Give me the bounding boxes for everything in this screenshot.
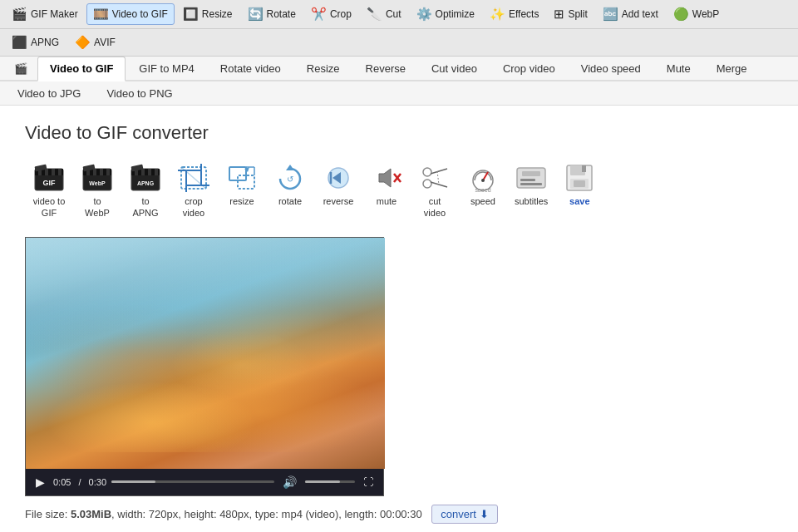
tool-video-to-gif[interactable]: GIF video to GIF: [25, 157, 73, 225]
video-container: ▶ 0:05 / 0:30 🔊 ⛶: [25, 237, 384, 496]
tab-bar: 🎬 Video to GIF GIF to MP4 Rotate video R…: [0, 57, 798, 81]
cut-icon: 🔪: [367, 7, 382, 22]
speed-tool-icon: speed: [467, 164, 499, 192]
tool-to-apng[interactable]: APNG to APNG: [121, 157, 170, 225]
volume-bar[interactable]: [305, 480, 355, 483]
svg-rect-56: [522, 171, 540, 176]
svg-marker-36: [286, 165, 294, 170]
tool-reverse[interactable]: reverse: [314, 157, 362, 213]
add-text-button[interactable]: 🔤 Add text: [596, 3, 665, 25]
tool-cut-video[interactable]: cut video: [411, 157, 459, 225]
clapboard-gif-icon: GIF: [33, 164, 65, 192]
svg-text:WebP: WebP: [89, 180, 106, 186]
tool-label-subtitles: subtitles: [515, 195, 548, 207]
effects-icon: ✨: [490, 7, 505, 22]
tool-speed[interactable]: speed speed: [459, 157, 507, 213]
save-tool-icon: [564, 164, 595, 192]
rotate-button[interactable]: 🔄 Rotate: [241, 3, 303, 25]
tab-reverse[interactable]: Reverse: [353, 57, 418, 80]
tool-subtitles[interactable]: subtitles: [507, 157, 555, 213]
file-meta: , width: 720px, height: 480px, type: mp4…: [111, 508, 422, 520]
tab-video-speed[interactable]: Video speed: [569, 57, 653, 80]
tool-label-video-gif: video to GIF: [33, 195, 66, 219]
svg-rect-12: [100, 169, 103, 175]
tab-video-to-gif[interactable]: Video to GIF: [37, 57, 126, 81]
tool-label-resize: resize: [229, 195, 254, 207]
tool-to-webp[interactable]: WebP to WebP: [73, 157, 121, 225]
video-to-gif-button[interactable]: 🎞️ Video to GIF: [86, 3, 175, 25]
webp-button[interactable]: 🟢 WebP: [667, 3, 726, 25]
svg-rect-11: [93, 169, 96, 175]
gif-maker-button[interactable]: 🎬 GIF Maker: [5, 3, 85, 25]
tab-mute[interactable]: Mute: [654, 57, 703, 80]
svg-point-44: [423, 168, 431, 176]
tool-crop-video[interactable]: crop video: [170, 157, 218, 225]
tool-label-save: save: [569, 195, 589, 207]
top-toolbar: 🎬 GIF Maker 🎞️ Video to GIF 🔲 Resize 🔄 R…: [0, 0, 798, 29]
progress-bar[interactable]: [111, 480, 274, 483]
optimize-button[interactable]: ⚙️ Optimize: [410, 3, 481, 25]
download-icon: ⬇: [480, 508, 489, 520]
tool-rotate[interactable]: ↺ rotate: [266, 157, 314, 213]
tab-rotate-video[interactable]: Rotate video: [208, 57, 293, 80]
svg-rect-55: [520, 183, 542, 185]
fullscreen-button[interactable]: ⛶: [360, 475, 377, 490]
tab-cut-video[interactable]: Cut video: [419, 57, 490, 80]
svg-rect-4: [52, 169, 55, 175]
svg-line-48: [437, 171, 439, 185]
file-info: File size: 5.03MiB, width: 720px, height…: [25, 505, 773, 524]
tab-video-to-jpg[interactable]: Video to JPG: [5, 81, 93, 105]
resize-icon: 🔲: [183, 7, 199, 22]
progress-fill: [111, 480, 155, 483]
resize-tool-icon: [226, 164, 258, 192]
main-content: Video to GIF converter GIF video to: [0, 106, 798, 532]
clapboard-apng-icon: APNG: [130, 164, 161, 192]
svg-rect-54: [520, 179, 535, 181]
apng-icon: ⬛: [12, 35, 27, 50]
cut-button[interactable]: 🔪 Cut: [360, 3, 408, 25]
video-preview: [26, 238, 385, 469]
cut-video-tool-icon: [419, 164, 451, 192]
svg-text:speed: speed: [475, 187, 490, 192]
tool-label-apng: to APNG: [132, 195, 158, 219]
svg-point-51: [481, 179, 485, 182]
tab-icon-all[interactable]: 🎬: [5, 57, 37, 80]
tool-resize[interactable]: resize: [218, 157, 266, 213]
tool-mute[interactable]: mute: [362, 157, 411, 213]
total-time: 0:30: [89, 477, 106, 487]
crop-button[interactable]: ✂️ Crop: [304, 3, 358, 25]
apng-button[interactable]: ⬛ APNG: [5, 32, 66, 53]
svg-text:↺: ↺: [287, 175, 293, 184]
optimize-icon: ⚙️: [416, 7, 432, 22]
add-text-icon: 🔤: [603, 7, 618, 22]
tab-resize[interactable]: Resize: [294, 57, 352, 80]
split-button[interactable]: ⊞ Split: [547, 3, 594, 25]
tool-label-mute: mute: [377, 195, 397, 207]
tab-video-to-png[interactable]: Video to PNG: [94, 81, 185, 105]
tab-bar-2: Video to JPG Video to PNG: [0, 81, 798, 106]
tool-save[interactable]: save: [555, 157, 603, 213]
svg-rect-59: [582, 165, 586, 172]
second-toolbar: ⬛ APNG 🔶 AVIF: [0, 29, 798, 57]
tab-crop-video[interactable]: Crop video: [490, 57, 568, 80]
svg-rect-20: [148, 169, 151, 175]
cloud-overlay-bottom: [26, 352, 385, 452]
file-size-label: File size: 5.03MiB: [25, 508, 111, 520]
svg-marker-41: [379, 169, 391, 187]
effects-button[interactable]: ✨ Effects: [483, 3, 545, 25]
svg-rect-13: [106, 169, 110, 175]
current-time: 0:05: [53, 477, 71, 487]
convert-label: convert: [441, 508, 476, 520]
resize-button[interactable]: 🔲 Resize: [176, 3, 239, 25]
play-button[interactable]: ▶: [32, 474, 48, 490]
volume-button[interactable]: 🔊: [279, 474, 300, 490]
svg-rect-19: [141, 169, 145, 175]
webp-icon: 🟢: [673, 7, 689, 22]
avif-icon: 🔶: [75, 35, 91, 50]
convert-button[interactable]: convert ⬇: [431, 505, 498, 524]
reverse-tool-icon: [323, 164, 354, 192]
avif-button[interactable]: 🔶 AVIF: [68, 32, 122, 53]
tab-merge[interactable]: Merge: [704, 57, 760, 80]
gif-maker-icon: 🎬: [12, 7, 27, 22]
tab-gif-to-mp4[interactable]: GIF to MP4: [126, 57, 206, 80]
